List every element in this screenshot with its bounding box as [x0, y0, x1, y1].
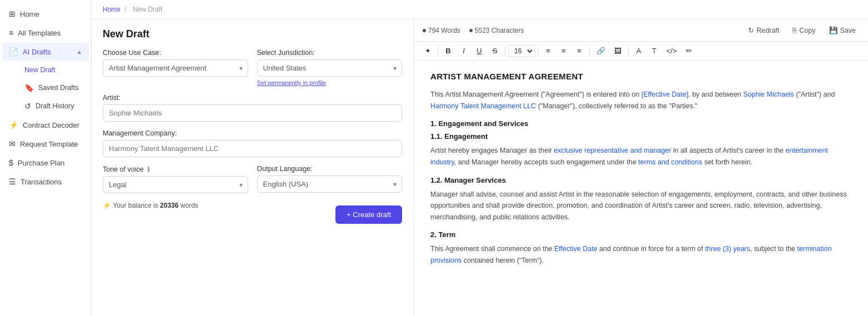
tone-group: Tone of voice ℹ Legal [103, 165, 248, 193]
effective-date-link[interactable]: [Effective Date] [641, 91, 689, 98]
lightning-icon: ⚡ [9, 121, 18, 129]
section-1-2-title: 1.2. Manager Services [430, 176, 851, 184]
sep2 [505, 46, 505, 56]
balance-text: ⚡ Your balance is 20336 words [103, 202, 198, 209]
underline-btn[interactable]: U [472, 44, 486, 57]
text-style-btn[interactable]: T [647, 44, 661, 57]
management-group: Management Company: [103, 129, 402, 157]
sidebar-item-label: Purchase Plan [18, 159, 65, 167]
use-case-group: Choose Use Case: Artist Management Agree… [103, 49, 248, 86]
section-1-1-title: 1.1. Engagement [430, 132, 851, 141]
save-button[interactable]: 💾 Save [826, 24, 860, 37]
image-btn[interactable]: 🖼 [610, 44, 625, 57]
sidebar: ⊞ Home ≡ All Templates 📄 AI Drafts ▲ New… [0, 0, 92, 316]
sidebar-item-label: All Templates [18, 29, 61, 37]
word-count: 794 Words [423, 27, 460, 34]
output-language-select[interactable]: English (USA) [257, 175, 403, 193]
doc-actions: ↻ Redraft ⎘ Copy 💾 Save [745, 24, 859, 37]
doc-para-engagement: Artist hereby engages Manager as their e… [430, 145, 851, 168]
italic-btn[interactable]: I [456, 44, 471, 57]
breadcrumb: Home / New Draft [92, 0, 868, 19]
sep5 [628, 46, 629, 56]
sidebar-subitem-label: Saved Drafts [38, 84, 78, 92]
sidebar-item-all-templates[interactable]: ≡ All Templates [2, 24, 89, 42]
use-case-select[interactable]: Artist Management Agreement [103, 59, 248, 77]
term-years-link[interactable]: three (3) years [705, 245, 750, 253]
management-input[interactable] [103, 140, 402, 157]
font-size-select[interactable]: 16 [508, 45, 535, 57]
jurisdiction-select[interactable]: United States [257, 59, 403, 77]
doc-para-services: Manager shall advise, counsel and assist… [430, 189, 851, 223]
terms-link[interactable]: terms and conditions [638, 158, 702, 166]
output-language-label: Output Language: [257, 165, 403, 173]
code-btn[interactable]: </> [663, 44, 681, 57]
breadcrumb-separator: / [124, 6, 126, 13]
main-content: Home / New Draft New Draft Choose Use Ca… [92, 0, 868, 316]
sidebar-item-purchase-plan[interactable]: $ Purchase Plan [2, 154, 89, 172]
sidebar-item-contract-decoder[interactable]: ⚡ Contract Decoder [2, 116, 89, 134]
redraft-icon: ↻ [748, 26, 754, 34]
balance-row: ⚡ Your balance is 20336 words + Create d… [103, 201, 402, 209]
sidebar-item-request-template[interactable]: ✉ Request Template [2, 135, 89, 153]
exclusive-link[interactable]: exclusive representative and manager [554, 147, 671, 154]
doc-stats: 794 Words 5523 Characters [423, 27, 738, 34]
align-btn[interactable]: ≡ [572, 44, 586, 57]
save-icon: 💾 [829, 26, 838, 34]
doc-para-intro: This Artist Management Agreement ("Agree… [430, 89, 851, 112]
sidebar-item-ai-drafts[interactable]: 📄 AI Drafts ▲ [2, 43, 89, 61]
document-area: 794 Words 5523 Characters ↻ Redraft ⎘ Co… [414, 19, 868, 316]
bookmark-icon: 🔖 [24, 83, 34, 92]
sidebar-item-home[interactable]: ⊞ Home [2, 5, 89, 23]
sidebar-item-new-draft[interactable]: New Draft [18, 62, 89, 78]
sidebar-item-label: Contract Decoder [23, 121, 79, 129]
home-icon: ⊞ [9, 9, 16, 18]
jurisdiction-hint[interactable]: Set permanently in profile [257, 79, 403, 86]
sidebar-item-label: Request Template [20, 140, 78, 148]
mail-icon: ✉ [9, 139, 16, 148]
form-area: New Draft Choose Use Case: Artist Manage… [92, 19, 414, 316]
breadcrumb-home[interactable]: Home [103, 6, 121, 13]
draft-icon: 📄 [9, 47, 18, 56]
tone-select[interactable]: Legal [103, 176, 248, 193]
copy-button[interactable]: ⎘ Copy [789, 24, 819, 37]
sep3 [538, 46, 538, 56]
company-name-link[interactable]: Harmony Talent Management LLC [430, 102, 536, 110]
sidebar-item-draft-history[interactable]: ↺ Draft History [18, 97, 89, 115]
balance-icon: ⚡ [103, 202, 111, 209]
ai-format-btn[interactable]: ✦ [420, 44, 435, 57]
strikethrough-btn[interactable]: S [488, 44, 502, 57]
jurisdiction-select-wrapper: United States [257, 59, 403, 77]
format-bar: ✦ B I U S 16 ≡ ≡ ≡ 🔗 🖼 A T </ [414, 42, 868, 61]
doc-para-term: This Agreement shall commence on the Eff… [430, 243, 851, 266]
font-color-btn[interactable]: A [631, 44, 646, 57]
create-draft-button[interactable]: + Create draft [335, 205, 402, 224]
sidebar-item-label: Transactions [21, 178, 62, 186]
document-title: ARTIST MANAGEMENT AGREEMENT [430, 72, 851, 81]
artist-input[interactable] [103, 104, 402, 122]
breadcrumb-current: New Draft [133, 6, 162, 13]
termination-link[interactable]: termination provisions [430, 245, 831, 264]
ordered-list-btn[interactable]: ≡ [556, 44, 571, 57]
bold-btn[interactable]: B [441, 44, 455, 57]
bullet-list-btn[interactable]: ≡ [541, 44, 555, 57]
transactions-icon: ☰ [9, 177, 16, 186]
sidebar-subitem-label: Draft History [36, 102, 74, 110]
artist-name-link[interactable]: Sophie Michaels [743, 91, 794, 98]
section-2-title: 2. Term [430, 230, 851, 239]
history-icon: ↺ [24, 102, 31, 111]
effective-date-2-link[interactable]: Effective Date [554, 245, 598, 253]
redraft-button[interactable]: ↻ Redraft [745, 24, 782, 37]
output-language-select-wrapper: English (USA) [257, 175, 403, 193]
use-case-label: Choose Use Case: [103, 49, 248, 57]
sidebar-item-transactions[interactable]: ☰ Transactions [2, 173, 89, 190]
content-wrapper: New Draft Choose Use Case: Artist Manage… [92, 19, 868, 316]
sidebar-item-saved-drafts[interactable]: 🔖 Saved Drafts [18, 79, 89, 97]
sep4 [589, 46, 590, 56]
tone-language-row: Tone of voice ℹ Legal Output Language: E… [103, 165, 402, 193]
highlight-btn[interactable]: ✏ [682, 44, 696, 57]
artist-label: Artist: [103, 94, 402, 102]
copy-icon: ⎘ [792, 27, 797, 34]
use-case-select-wrapper: Artist Management Agreement [103, 59, 248, 77]
dollar-icon: $ [9, 158, 13, 167]
link-btn[interactable]: 🔗 [593, 44, 609, 57]
